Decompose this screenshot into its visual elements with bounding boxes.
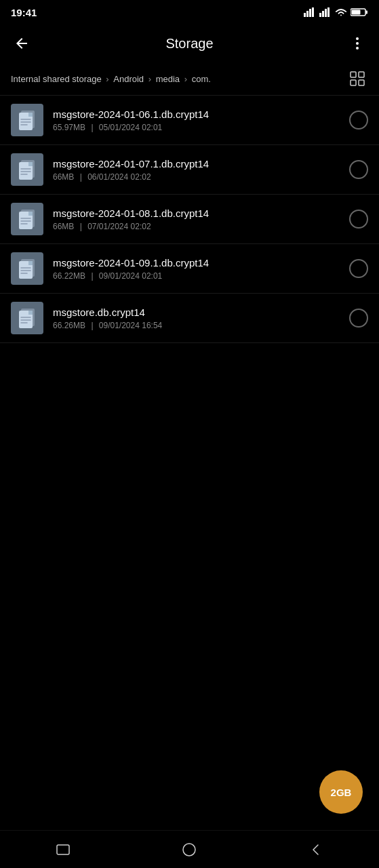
file-icon-wrap xyxy=(11,302,43,334)
svg-point-12 xyxy=(356,42,359,45)
file-item[interactable]: msgstore-2024-01-09.1.db.crypt14 66.22MB… xyxy=(0,244,379,294)
file-info: msgstore.db.crypt14 66.26MB | 09/01/2024… xyxy=(53,307,344,330)
file-icon-wrap xyxy=(11,203,43,235)
document-icon xyxy=(18,108,37,132)
svg-rect-0 xyxy=(304,13,306,17)
svg-rect-6 xyxy=(325,9,327,17)
file-size: 66.26MB xyxy=(53,321,85,330)
svg-rect-4 xyxy=(319,13,321,17)
breadcrumb-part-4[interactable]: com. xyxy=(192,74,211,84)
document-icon xyxy=(18,307,37,330)
select-checkbox[interactable] xyxy=(349,210,368,229)
svg-rect-26 xyxy=(28,162,33,166)
file-icon-wrap xyxy=(11,252,43,285)
svg-rect-17 xyxy=(359,80,364,85)
file-name: msgstore-2024-01-09.1.db.crypt14 xyxy=(53,257,344,269)
file-size: 66MB xyxy=(53,172,74,182)
file-date: 07/01/2024 02:02 xyxy=(87,222,151,231)
svg-rect-38 xyxy=(28,261,33,265)
grid-view-button[interactable] xyxy=(346,68,368,90)
signal-icon xyxy=(304,7,316,17)
document-icon xyxy=(18,158,37,181)
breadcrumb[interactable]: Internal shared storage › Android › medi… xyxy=(11,74,346,84)
file-name: msgstore-2024-01-06.1.db.crypt14 xyxy=(53,108,344,120)
file-name: msgstore-2024-01-08.1.db.crypt14 xyxy=(53,208,344,219)
svg-rect-3 xyxy=(312,7,314,17)
breadcrumb-part-1[interactable]: Internal shared storage xyxy=(11,74,102,84)
file-item[interactable]: msgstore-2024-01-06.1.db.crypt14 65.97MB… xyxy=(0,96,379,145)
file-item[interactable]: msgstore-2024-01-07.1.db.crypt14 66MB | … xyxy=(0,145,379,195)
status-icons xyxy=(304,7,368,17)
select-checkbox[interactable] xyxy=(349,309,368,328)
select-checkbox[interactable] xyxy=(349,259,368,278)
document-icon xyxy=(18,257,37,280)
file-icon-wrap xyxy=(11,104,43,136)
recent-apps-button[interactable] xyxy=(44,831,82,869)
select-checkbox[interactable] xyxy=(349,111,368,130)
file-item[interactable]: msgstore-2024-01-08.1.db.crypt14 66MB | … xyxy=(0,195,379,244)
file-info: msgstore-2024-01-08.1.db.crypt14 66MB | … xyxy=(53,208,344,231)
svg-rect-7 xyxy=(327,7,330,17)
svg-rect-32 xyxy=(28,212,33,216)
file-date: 06/01/2024 02:02 xyxy=(87,172,151,182)
file-meta: 66MB | 06/01/2024 02:02 xyxy=(53,172,344,182)
svg-rect-20 xyxy=(28,113,33,117)
svg-rect-44 xyxy=(28,311,33,315)
svg-rect-2 xyxy=(309,9,311,17)
breadcrumb-bar: Internal shared storage › Android › medi… xyxy=(0,62,379,96)
status-time: 19:41 xyxy=(11,7,37,18)
svg-point-11 xyxy=(356,37,359,40)
file-info: msgstore-2024-01-09.1.db.crypt14 66.22MB… xyxy=(53,257,344,281)
more-options-button[interactable] xyxy=(344,30,371,57)
svg-rect-15 xyxy=(359,72,364,77)
breadcrumb-part-2[interactable]: Android xyxy=(113,74,144,84)
file-info: msgstore-2024-01-07.1.db.crypt14 66MB | … xyxy=(53,158,344,182)
breadcrumb-part-3[interactable]: media xyxy=(156,74,180,84)
file-name: msgstore-2024-01-07.1.db.crypt14 xyxy=(53,158,344,170)
file-date: 05/01/2024 02:01 xyxy=(99,123,162,132)
file-meta: 66MB | 07/01/2024 02:02 xyxy=(53,222,344,231)
svg-rect-14 xyxy=(351,72,356,77)
file-date: 09/01/2024 16:54 xyxy=(99,321,162,330)
status-bar: 19:41 xyxy=(0,0,379,24)
file-info: msgstore-2024-01-06.1.db.crypt14 65.97MB… xyxy=(53,108,344,132)
svg-rect-48 xyxy=(57,845,69,854)
file-meta: 66.26MB | 09/01/2024 16:54 xyxy=(53,321,344,330)
svg-rect-9 xyxy=(366,11,368,14)
file-size: 66.22MB xyxy=(53,271,85,281)
file-icon-wrap xyxy=(11,153,43,186)
file-date: 09/01/2024 02:01 xyxy=(99,271,162,281)
signal2-icon xyxy=(319,7,332,17)
svg-rect-16 xyxy=(351,80,356,85)
file-meta: 66.22MB | 09/01/2024 02:01 xyxy=(53,271,344,281)
document-icon xyxy=(18,208,37,231)
top-bar: Storage xyxy=(0,24,379,62)
file-meta: 65.97MB | 05/01/2024 02:01 xyxy=(53,123,344,132)
wifi-icon xyxy=(335,7,347,17)
file-item[interactable]: msgstore.db.crypt14 66.26MB | 09/01/2024… xyxy=(0,294,379,343)
file-size: 65.97MB xyxy=(53,123,85,132)
nav-bar xyxy=(0,830,379,868)
svg-point-49 xyxy=(183,844,195,856)
select-checkbox[interactable] xyxy=(349,160,368,179)
home-button[interactable] xyxy=(170,831,208,869)
svg-point-13 xyxy=(356,47,359,50)
file-size: 66MB xyxy=(53,222,74,231)
storage-fab[interactable]: 2GB xyxy=(319,770,363,814)
svg-rect-10 xyxy=(352,10,361,15)
back-nav-button[interactable] xyxy=(297,831,335,869)
svg-rect-5 xyxy=(322,11,324,17)
page-title: Storage xyxy=(35,36,344,52)
back-button[interactable] xyxy=(8,30,35,57)
svg-rect-1 xyxy=(306,11,308,17)
file-name: msgstore.db.crypt14 xyxy=(53,307,344,318)
battery-icon xyxy=(351,7,368,17)
file-list: msgstore-2024-01-06.1.db.crypt14 65.97MB… xyxy=(0,96,379,343)
